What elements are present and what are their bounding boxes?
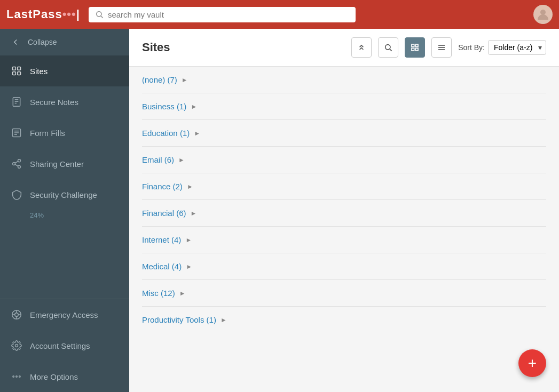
folder-name: Misc (12) — [142, 289, 175, 298]
security-challenge-icon — [11, 189, 22, 201]
search-input[interactable] — [108, 10, 349, 19]
sidebar-item-sites[interactable]: Sites — [0, 55, 129, 86]
folder-name: Medical (4) — [142, 262, 182, 271]
folder-expand-icon: ► — [187, 183, 193, 190]
sidebar-label-security-challenge: Security Challenge — [30, 190, 97, 199]
folder-item[interactable]: (none) (7) ► — [142, 67, 546, 93]
sort-wrapper[interactable]: Folder (a-z) ▾ — [488, 40, 546, 55]
folder-item[interactable]: Business (1) ► — [142, 93, 546, 120]
sort-label: Sort By: — [458, 43, 485, 52]
svg-point-29 — [19, 376, 21, 378]
sidebar-bottom: Emergency Access Account Settings — [0, 299, 129, 392]
sidebar-item-security-challenge[interactable]: Security Challenge — [0, 179, 129, 210]
more-options-icon — [11, 371, 22, 382]
folder-name: Financial (6) — [142, 209, 186, 218]
folder-name: Internet (4) — [142, 235, 181, 244]
svg-point-28 — [16, 376, 18, 378]
svg-point-17 — [18, 165, 21, 168]
form-fills-icon — [11, 127, 22, 139]
folder-name: Email (6) — [142, 155, 174, 164]
folder-expand-icon: ► — [185, 236, 192, 244]
svg-rect-35 — [416, 48, 419, 51]
sort-select[interactable]: Folder (a-z) — [488, 40, 546, 55]
sidebar-item-emergency-access[interactable]: Emergency Access — [0, 299, 129, 330]
logo: LastPass•••| — [6, 7, 80, 21]
search-icon — [95, 10, 104, 19]
svg-rect-5 — [13, 72, 16, 75]
avatar[interactable] — [533, 5, 553, 24]
scroll-top-button[interactable] — [351, 37, 372, 58]
folder-item[interactable]: Internet (4) ► — [142, 227, 546, 253]
folder-item[interactable]: Finance (2) ► — [142, 173, 546, 200]
folder-item[interactable]: Education (1) ► — [142, 120, 546, 147]
folder-expand-icon: ► — [186, 263, 192, 270]
folder-item[interactable]: Email (6) ► — [142, 147, 546, 173]
svg-point-30 — [385, 45, 390, 50]
sidebar-label-sharing-center: Sharing Center — [30, 159, 84, 169]
grid-view-button[interactable] — [405, 37, 425, 58]
folder-expand-icon: ► — [179, 290, 186, 297]
sharing-center-icon — [11, 158, 22, 170]
collapse-button[interactable]: Collapse — [0, 29, 129, 55]
emergency-access-icon — [11, 309, 22, 321]
svg-line-18 — [15, 164, 18, 166]
collapse-icon — [11, 37, 20, 47]
folder-name: Productivity Tools (1) — [142, 315, 216, 324]
search-button[interactable] — [378, 37, 398, 58]
svg-rect-34 — [412, 48, 414, 51]
folder-item[interactable]: Productivity Tools (1) ► — [142, 307, 546, 333]
main-layout: Collapse Sites — [0, 29, 559, 392]
svg-line-19 — [15, 161, 18, 163]
secure-notes-icon — [11, 96, 22, 108]
folder-item[interactable]: Medical (4) ► — [142, 253, 546, 280]
folder-expand-icon: ► — [182, 76, 188, 84]
folder-name: Business (1) — [142, 102, 186, 111]
svg-line-31 — [390, 49, 392, 51]
folder-expand-icon: ► — [194, 130, 200, 137]
svg-point-2 — [540, 10, 546, 15]
folder-item[interactable]: Financial (6) ► — [142, 200, 546, 227]
svg-point-0 — [97, 12, 101, 17]
content-area: Sites — [129, 29, 559, 392]
folder-expand-icon: ► — [191, 103, 197, 110]
folder-name: (none) (7) — [142, 75, 177, 84]
svg-rect-6 — [18, 72, 21, 75]
folder-item[interactable]: Misc (12) ► — [142, 280, 546, 307]
folder-name: Finance (2) — [142, 182, 183, 191]
sidebar-item-more-options[interactable]: More Options — [0, 361, 129, 392]
svg-rect-4 — [18, 67, 21, 70]
sidebar-top: Collapse Sites — [0, 29, 129, 299]
svg-point-16 — [13, 163, 15, 165]
folder-expand-icon: ► — [221, 316, 227, 324]
header: LastPass•••| — [0, 0, 559, 29]
sidebar-item-secure-notes[interactable]: Secure Notes — [0, 86, 129, 117]
svg-rect-33 — [416, 44, 419, 47]
sidebar-label-secure-notes: Secure Notes — [30, 98, 78, 107]
sidebar-item-form-fills[interactable]: Form Fills — [0, 117, 129, 148]
sidebar-label-sites: Sites — [30, 67, 48, 76]
content-wrapper: (none) (7) ► Business (1) ► Education (1… — [129, 67, 559, 392]
sites-icon — [11, 65, 22, 77]
list-view-button[interactable] — [431, 37, 452, 58]
svg-rect-7 — [13, 98, 20, 107]
sort-control: Sort By: Folder (a-z) ▾ — [458, 40, 546, 55]
account-settings-icon — [11, 340, 22, 351]
add-button[interactable]: + — [518, 349, 546, 377]
folder-expand-icon: ► — [178, 156, 185, 164]
content-header: Sites — [129, 29, 559, 67]
sidebar-label-more-options: More Options — [30, 372, 78, 381]
svg-point-15 — [18, 159, 21, 162]
sidebar-label-form-fills: Form Fills — [30, 129, 65, 138]
sidebar-item-sharing-center[interactable]: Sharing Center — [0, 148, 129, 179]
svg-line-1 — [101, 16, 103, 18]
folder-list: (none) (7) ► Business (1) ► Education (1… — [129, 67, 559, 392]
folder-name: Education (1) — [142, 129, 190, 138]
svg-point-26 — [15, 345, 18, 347]
security-percentage: 24% — [0, 210, 129, 223]
svg-rect-3 — [13, 67, 16, 70]
svg-rect-32 — [412, 44, 414, 47]
search-bar[interactable] — [89, 7, 356, 22]
sidebar-item-account-settings[interactable]: Account Settings — [0, 330, 129, 361]
sidebar: Collapse Sites — [0, 29, 129, 392]
logo-dots: ••• — [62, 7, 76, 21]
